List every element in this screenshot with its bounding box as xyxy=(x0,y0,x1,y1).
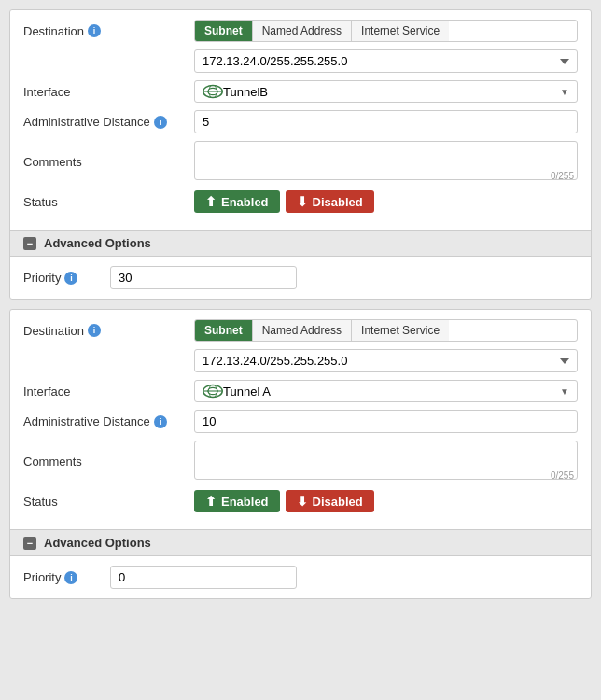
enabled-button[interactable]: ⬆ Enabled xyxy=(194,490,280,512)
route-card-1: Destination i SubnetNamed AddressInterne… xyxy=(9,9,592,300)
destination-label: Destination i xyxy=(23,324,187,338)
admin-distance-row: Administrative Distance i xyxy=(23,110,578,133)
interface-row: Interface Tunnel A ▼ xyxy=(23,380,578,402)
destination-tab-group: SubnetNamed AddressInternet Service xyxy=(194,20,578,42)
status-row: Status ⬆ Enabled ⬇ Disabled xyxy=(23,490,578,512)
priority-input[interactable] xyxy=(110,566,297,589)
comments-label: Comments xyxy=(23,155,187,169)
interface-select-box[interactable]: Tunnel A ▼ xyxy=(194,380,578,402)
comments-textarea[interactable] xyxy=(194,141,578,180)
subnet-row: 172.13.24.0/255.255.255.0 xyxy=(23,349,578,372)
advanced-options-bar[interactable]: − Advanced Options xyxy=(10,230,591,257)
status-buttons: ⬆ Enabled ⬇ Disabled xyxy=(194,490,578,512)
interface-value-text: Tunnel A xyxy=(223,385,560,399)
status-label: Status xyxy=(23,195,187,209)
enabled-label: Enabled xyxy=(221,495,269,509)
interface-label: Interface xyxy=(23,385,187,399)
comments-row: Comments 0/255 xyxy=(23,141,578,183)
destination-tabs: SubnetNamed AddressInternet Service xyxy=(194,319,578,342)
status-label-text: Status xyxy=(23,195,58,209)
destination-row: Destination i SubnetNamed AddressInterne… xyxy=(23,20,578,42)
interface-label-text: Interface xyxy=(23,85,71,99)
status-row: Status ⬆ Enabled ⬇ Disabled xyxy=(23,190,578,213)
admin-distance-input[interactable] xyxy=(194,410,578,433)
collapse-icon: − xyxy=(23,537,36,550)
priority-info-icon[interactable]: i xyxy=(64,272,77,285)
enabled-label: Enabled xyxy=(221,195,269,209)
priority-label-text: Priority xyxy=(23,570,61,584)
interface-select-area: Tunnel A ▼ xyxy=(194,380,578,402)
admin-distance-text: Administrative Distance xyxy=(23,414,150,428)
priority-label-text: Priority xyxy=(23,271,61,285)
destination-info-icon[interactable]: i xyxy=(88,24,101,37)
comments-label-text: Comments xyxy=(23,155,82,169)
tab-internet-service[interactable]: Internet Service xyxy=(352,320,449,341)
enabled-icon: ⬆ xyxy=(205,194,217,209)
interface-label-text: Interface xyxy=(23,385,71,399)
status-group: ⬆ Enabled ⬇ Disabled xyxy=(194,490,578,512)
admin-distance-info-icon[interactable]: i xyxy=(154,415,167,428)
admin-distance-label: Administrative Distance i xyxy=(23,115,187,129)
destination-tab-group: SubnetNamed AddressInternet Service xyxy=(194,319,578,342)
destination-label: Destination i xyxy=(23,24,187,38)
char-count-label: 0/255 xyxy=(551,171,574,181)
status-buttons: ⬆ Enabled ⬇ Disabled xyxy=(194,190,578,213)
disabled-icon: ⬇ xyxy=(297,194,308,209)
admin-distance-label: Administrative Distance i xyxy=(23,414,187,428)
admin-distance-text: Administrative Distance xyxy=(23,115,150,129)
priority-info-icon[interactable]: i xyxy=(64,571,77,584)
interface-chevron-icon: ▼ xyxy=(560,386,569,397)
main-form: Destination i SubnetNamed AddressInterne… xyxy=(10,310,591,529)
enabled-button[interactable]: ⬆ Enabled xyxy=(194,190,280,213)
priority-row: Priority i xyxy=(23,566,578,589)
tab-named-address[interactable]: Named Address xyxy=(253,21,352,41)
comments-row: Comments 0/255 xyxy=(23,441,578,483)
subnet-row: 172.13.24.0/255.255.255.0 xyxy=(23,49,578,73)
interface-select-area: TunnelB ▼ xyxy=(194,80,578,103)
main-form: Destination i SubnetNamed AddressInterne… xyxy=(10,10,591,230)
disabled-button[interactable]: ⬇ Disabled xyxy=(286,190,374,213)
status-label: Status xyxy=(23,495,187,509)
status-label-text: Status xyxy=(23,495,58,509)
advanced-options-label: Advanced Options xyxy=(44,236,151,250)
priority-label: Priority i xyxy=(23,570,103,584)
priority-input[interactable] xyxy=(110,266,297,289)
destination-tabs: SubnetNamed AddressInternet Service xyxy=(194,20,578,42)
subnet-select[interactable]: 172.13.24.0/255.255.255.0 xyxy=(194,349,578,372)
admin-distance-info-icon[interactable]: i xyxy=(154,116,167,129)
destination-info-icon[interactable]: i xyxy=(88,324,101,337)
destination-text: Destination xyxy=(23,24,84,38)
subnet-select[interactable]: 172.13.24.0/255.255.255.0 xyxy=(194,49,578,73)
destination-row: Destination i SubnetNamed AddressInterne… xyxy=(23,319,578,342)
tab-subnet[interactable]: Subnet xyxy=(195,320,253,341)
tab-subnet[interactable]: Subnet xyxy=(195,21,253,41)
tab-internet-service[interactable]: Internet Service xyxy=(352,21,449,41)
char-count-label: 0/255 xyxy=(551,470,574,481)
route-card-2: Destination i SubnetNamed AddressInterne… xyxy=(9,309,592,599)
collapse-icon: − xyxy=(23,237,36,250)
subnet-select-wrap: 172.13.24.0/255.255.255.0 xyxy=(194,49,578,73)
priority-label: Priority i xyxy=(23,271,103,285)
admin-distance-row: Administrative Distance i xyxy=(23,410,578,433)
status-group: ⬆ Enabled ⬇ Disabled xyxy=(194,190,578,213)
subnet-select-wrap: 172.13.24.0/255.255.255.0 xyxy=(194,349,578,372)
interface-value-text: TunnelB xyxy=(223,85,560,99)
disabled-button[interactable]: ⬇ Disabled xyxy=(286,490,374,512)
interface-label: Interface xyxy=(23,85,187,99)
disabled-icon: ⬇ xyxy=(297,494,308,509)
priority-row: Priority i xyxy=(23,266,578,289)
comments-area: 0/255 xyxy=(194,141,578,183)
disabled-label: Disabled xyxy=(313,195,363,209)
priority-section: Priority i xyxy=(10,257,591,299)
comments-label-text: Comments xyxy=(23,455,82,469)
admin-distance-input[interactable] xyxy=(194,110,578,133)
comments-textarea[interactable] xyxy=(194,441,578,480)
priority-section: Priority i xyxy=(10,556,591,598)
advanced-options-label: Advanced Options xyxy=(44,536,151,550)
interface-select-box[interactable]: TunnelB ▼ xyxy=(194,80,578,103)
interface-chevron-icon: ▼ xyxy=(560,87,569,97)
tab-named-address[interactable]: Named Address xyxy=(253,320,352,341)
advanced-options-bar[interactable]: − Advanced Options xyxy=(10,529,591,556)
enabled-icon: ⬆ xyxy=(205,494,217,509)
admin-distance-input-wrap xyxy=(194,410,578,433)
